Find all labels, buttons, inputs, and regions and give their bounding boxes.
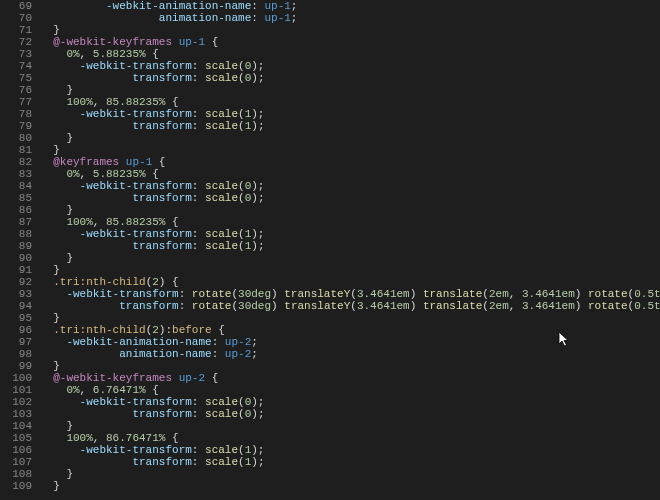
token-prop: transform [132, 456, 191, 468]
code-line[interactable]: .tri:nth-child(2):before { [40, 324, 660, 336]
code-line[interactable]: -webkit-animation-name: up-1; [40, 0, 660, 12]
line-number: 81 [0, 144, 32, 156]
token-punc: } [66, 204, 73, 216]
code-line[interactable]: } [40, 144, 660, 156]
code-line[interactable]: -webkit-animation-name: up-2; [40, 336, 660, 348]
code-line[interactable]: transform: rotate(30deg) translateY(3.46… [40, 300, 660, 312]
code-line[interactable]: 0%, 5.88235% { [40, 48, 660, 60]
token-func: translate [423, 288, 482, 300]
code-line[interactable]: transform: scale(1); [40, 240, 660, 252]
code-line[interactable]: 0%, 5.88235% { [40, 168, 660, 180]
code-line[interactable]: transform: scale(0); [40, 192, 660, 204]
code-line[interactable]: -webkit-transform: scale(0); [40, 396, 660, 408]
code-line[interactable]: -webkit-transform: scale(0); [40, 60, 660, 72]
token-punc: ( [238, 60, 245, 72]
token-prop: transform [132, 72, 191, 84]
token-func: scale [205, 240, 238, 252]
token-num: 3.4641em [357, 288, 410, 300]
code-line[interactable]: 0%, 6.76471% { [40, 384, 660, 396]
token-num: 100% [66, 432, 92, 444]
line-number: 96 [0, 324, 32, 336]
token-prop: -webkit-animation-name [66, 336, 211, 348]
code-line[interactable]: 100%, 85.88235% { [40, 96, 660, 108]
code-area[interactable]: -webkit-animation-name: up-1; animation-… [40, 0, 660, 500]
line-number: 79 [0, 120, 32, 132]
code-line[interactable]: transform: scale(1); [40, 456, 660, 468]
token-punc: ); [251, 108, 264, 120]
code-line[interactable]: -webkit-transform: scale(1); [40, 228, 660, 240]
line-number: 77 [0, 96, 32, 108]
token-punc: ( [238, 120, 245, 132]
token-prop: transform [132, 240, 191, 252]
token-prop: -webkit-animation-name [106, 0, 251, 12]
token-prop: transform [132, 192, 191, 204]
token-num: 85.88235% [106, 216, 165, 228]
line-number: 97 [0, 336, 32, 348]
code-line[interactable]: } [40, 420, 660, 432]
code-line[interactable]: animation-name: up-1; [40, 12, 660, 24]
line-number: 102 [0, 396, 32, 408]
code-editor[interactable]: 6970717273747576777879808182838485868788… [0, 0, 660, 500]
token-punc: ): [159, 324, 172, 336]
token-punc: ) { [159, 276, 179, 288]
token-num: 3.4641em [522, 300, 575, 312]
code-line[interactable]: transform: scale(0); [40, 408, 660, 420]
token-func: scale [205, 60, 238, 72]
token-num: 86.76471% [106, 432, 165, 444]
token-func: translate [423, 300, 482, 312]
line-number: 73 [0, 48, 32, 60]
token-punc: : [192, 240, 205, 252]
code-line[interactable]: } [40, 468, 660, 480]
token-punc: { [146, 48, 159, 60]
token-punc: { [146, 384, 159, 396]
token-punc: { [205, 372, 218, 384]
token-punc: : [192, 72, 205, 84]
code-line[interactable]: transform: scale(0); [40, 72, 660, 84]
token-punc: } [53, 144, 60, 156]
token-num: 2em [489, 300, 509, 312]
token-func: scale [205, 108, 238, 120]
code-line[interactable]: @keyframes up-1 { [40, 156, 660, 168]
token-punc: ( [350, 300, 357, 312]
code-line[interactable]: } [40, 480, 660, 492]
code-line[interactable]: -webkit-transform: scale(1); [40, 444, 660, 456]
token-punc: , [93, 216, 106, 228]
code-line[interactable]: } [40, 252, 660, 264]
line-number: 103 [0, 408, 32, 420]
code-line[interactable]: @-webkit-keyframes up-2 { [40, 372, 660, 384]
code-line[interactable]: -webkit-transform: scale(0); [40, 180, 660, 192]
code-line[interactable]: } [40, 264, 660, 276]
code-line[interactable]: } [40, 132, 660, 144]
token-num: 2em [489, 288, 509, 300]
code-line[interactable]: 100%, 86.76471% { [40, 432, 660, 444]
token-func: scale [205, 396, 238, 408]
code-line[interactable]: .tri:nth-child(2) { [40, 276, 660, 288]
token-prop: transform [132, 408, 191, 420]
line-number: 88 [0, 228, 32, 240]
token-punc: , [93, 432, 106, 444]
token-punc: ; [251, 348, 258, 360]
token-punc: } [66, 420, 73, 432]
code-line[interactable]: } [40, 360, 660, 372]
token-anim: up-1 [179, 36, 205, 48]
line-number: 90 [0, 252, 32, 264]
line-number: 98 [0, 348, 32, 360]
code-line[interactable]: } [40, 312, 660, 324]
token-punc: } [53, 480, 60, 492]
token-func: scale [205, 408, 238, 420]
code-line[interactable]: 100%, 85.88235% { [40, 216, 660, 228]
code-line[interactable]: -webkit-transform: rotate(30deg) transla… [40, 288, 660, 300]
code-line[interactable]: -webkit-transform: scale(1); [40, 108, 660, 120]
token-func: scale [205, 456, 238, 468]
token-sel: before [172, 324, 212, 336]
token-punc: ) [575, 288, 588, 300]
token-punc: : [179, 300, 192, 312]
code-line[interactable]: transform: scale(1); [40, 120, 660, 132]
token-prop: -webkit-transform [80, 444, 192, 456]
code-line[interactable]: } [40, 24, 660, 36]
code-line[interactable]: } [40, 204, 660, 216]
code-line[interactable]: } [40, 84, 660, 96]
token-prop: -webkit-transform [80, 228, 192, 240]
code-line[interactable]: @-webkit-keyframes up-1 { [40, 36, 660, 48]
code-line[interactable]: animation-name: up-2; [40, 348, 660, 360]
